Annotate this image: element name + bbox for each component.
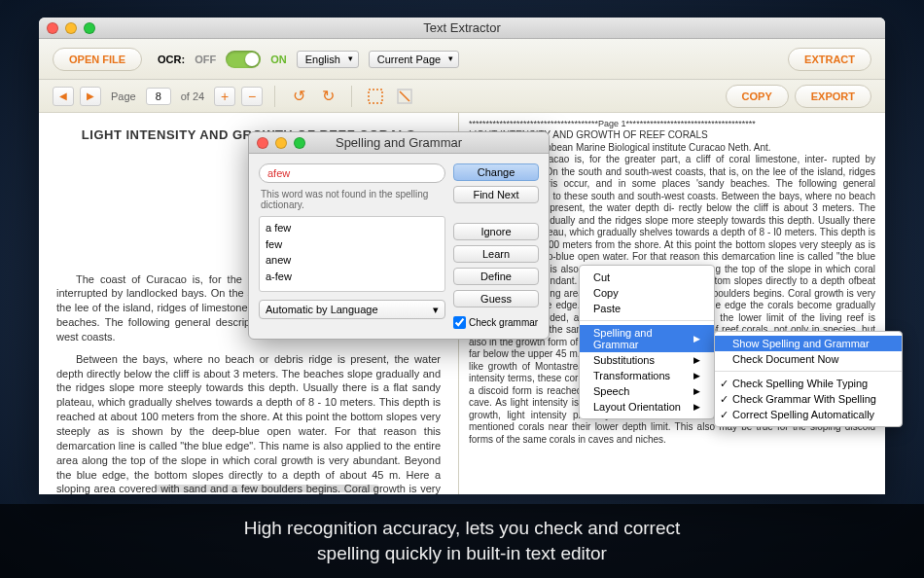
submenu-auto-correct[interactable]: ✓Correct Spelling Automatically <box>715 407 902 422</box>
menu-layout[interactable]: Layout Orientation▶ <box>580 399 714 415</box>
svg-line-2 <box>400 91 409 101</box>
titlebar[interactable]: Text Extractor <box>39 18 885 39</box>
scope-select[interactable]: Current Page <box>369 51 459 68</box>
check-grammar-input[interactable] <box>453 316 466 329</box>
page-separator: **************************************Pa… <box>469 119 875 129</box>
menu-paste[interactable]: Paste <box>580 301 714 316</box>
page-input[interactable] <box>146 88 171 105</box>
suggestion-item[interactable]: anew <box>266 252 439 269</box>
menu-cut[interactable]: Cut <box>580 270 714 285</box>
menu-speech[interactable]: Speech▶ <box>580 383 714 399</box>
prev-page-button[interactable]: ◀ <box>53 87 74 106</box>
menu-spelling[interactable]: Spelling and Grammar▶ <box>580 325 714 352</box>
menu-substitutions[interactable]: Substitutions▶ <box>580 352 714 368</box>
doc-para2: Between the bays, where no beach or debr… <box>56 352 441 494</box>
spelling-submenu[interactable]: Show Spelling and Grammar Check Document… <box>714 331 903 427</box>
svg-rect-0 <box>369 90 382 103</box>
submenu-show-spelling[interactable]: Show Spelling and Grammar <box>715 336 902 351</box>
copy-button[interactable]: COPY <box>726 85 789 108</box>
spelling-dialog[interactable]: Spelling and Grammar This word was not f… <box>248 131 550 340</box>
open-file-button[interactable]: OPEN FILE <box>53 48 142 71</box>
secondary-toolbar: ◀ ▶ Page of 24 + − ↺ ↻ COPY EXPORT <box>39 80 885 113</box>
zoom-out-button[interactable]: − <box>241 87 263 106</box>
submenu-check-now[interactable]: Check Document Now <box>715 351 902 367</box>
ocr-label: OCR: <box>158 54 185 65</box>
suggestion-item[interactable]: few <box>266 236 439 253</box>
page-total: of 24 <box>181 90 204 102</box>
rotate-ccw-icon[interactable]: ↺ <box>287 86 310 107</box>
select-area-icon[interactable] <box>364 86 387 107</box>
rotate-cw-icon[interactable]: ↻ <box>316 86 339 107</box>
suggestions-list[interactable]: a few few anew a-few <box>259 216 445 292</box>
clear-selection-icon[interactable] <box>393 86 416 107</box>
suggestion-item[interactable]: a few <box>266 220 439 236</box>
learn-button[interactable]: Learn <box>453 245 539 263</box>
menu-transformations[interactable]: Transformations▶ <box>580 368 714 383</box>
menu-copy[interactable]: Copy <box>580 285 714 301</box>
guess-button[interactable]: Guess <box>453 290 539 307</box>
dialog-titlebar[interactable]: Spelling and Grammar <box>249 132 549 154</box>
zoom-in-button[interactable]: + <box>214 87 235 106</box>
context-menu[interactable]: Cut Copy Paste Spelling and Grammar▶ Sub… <box>579 265 715 419</box>
window-title: Text Extractor <box>39 20 885 35</box>
spelling-word-input[interactable] <box>259 163 445 183</box>
dialog-title: Spelling and Grammar <box>249 135 549 150</box>
suggestion-item[interactable]: a-few <box>266 269 439 285</box>
extract-button[interactable]: EXTRACT <box>788 48 871 71</box>
change-button[interactable]: Change <box>453 163 539 181</box>
horizontal-scrollbar[interactable] <box>156 485 379 492</box>
ocr-toggle[interactable] <box>226 51 261 68</box>
submenu-while-typing[interactable]: ✓Check Spelling While Typing <box>715 376 902 391</box>
export-button[interactable]: EXPORT <box>795 85 871 108</box>
ocr-on-label: ON <box>270 54 287 65</box>
marketing-caption: High recognition accuracy, lets you chec… <box>0 504 924 578</box>
next-page-button[interactable]: ▶ <box>80 87 101 106</box>
spelling-message: This word was not found in the spelling … <box>261 189 444 210</box>
caption-line2: spelling quickly in built-in text editor <box>317 541 607 566</box>
check-grammar-checkbox[interactable]: Check grammar <box>453 316 539 329</box>
ocr-off-label: OFF <box>195 54 216 65</box>
submenu-with-spelling[interactable]: ✓Check Grammar With Spelling <box>715 391 902 407</box>
main-toolbar: OPEN FILE OCR: OFF ON English Current Pa… <box>39 39 885 80</box>
caption-line1: High recognition accuracy, lets you chec… <box>244 516 680 541</box>
define-button[interactable]: Define <box>453 268 539 285</box>
page-label: Page <box>111 90 136 102</box>
language-mode-select[interactable]: Automatic by Language <box>259 300 445 319</box>
ignore-button[interactable]: Ignore <box>453 223 539 240</box>
find-next-button[interactable]: Find Next <box>453 186 539 203</box>
language-select[interactable]: English <box>297 51 359 68</box>
